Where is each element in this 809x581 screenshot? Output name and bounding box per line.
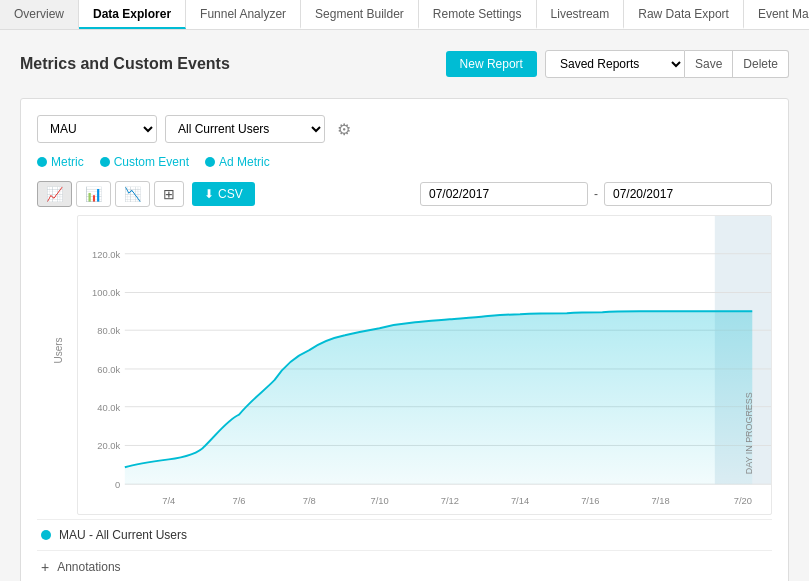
svg-text:7/10: 7/10 xyxy=(370,495,388,506)
svg-text:120.0k: 120.0k xyxy=(92,248,120,259)
ad-metric-link[interactable]: Ad Metric xyxy=(205,155,270,169)
area-chart-button[interactable]: 📈 xyxy=(37,181,72,207)
custom-event-link-label: Custom Event xyxy=(114,155,189,169)
chart-toolbar: 📈 📊 📉 ⊞ ⬇ CSV - xyxy=(37,181,772,207)
legend-links: Metric Custom Event Ad Metric xyxy=(37,155,772,169)
day-in-progress-text: DAY IN PROGRESS xyxy=(745,392,755,474)
svg-text:7/14: 7/14 xyxy=(511,495,530,506)
nav-tab-funnel-analyzer[interactable]: Funnel Analyzer xyxy=(186,0,301,29)
nav-tab-livestream[interactable]: Livestream xyxy=(537,0,625,29)
svg-text:7/16: 7/16 xyxy=(581,495,599,506)
csv-button[interactable]: ⬇ CSV xyxy=(192,182,255,206)
download-icon: ⬇ xyxy=(204,187,214,201)
csv-label: CSV xyxy=(218,187,243,201)
line-chart-button[interactable]: 📉 xyxy=(115,181,150,207)
y-axis-label: Users xyxy=(53,337,64,363)
page-title: Metrics and Custom Events xyxy=(20,55,230,73)
page-header: Metrics and Custom Events New Report Sav… xyxy=(20,50,789,78)
bar-chart-button[interactable]: 📊 xyxy=(76,181,111,207)
nav-tab-data-explorer[interactable]: Data Explorer xyxy=(79,0,186,29)
svg-text:7/12: 7/12 xyxy=(441,495,459,506)
date-start-input[interactable] xyxy=(420,182,588,206)
custom-event-link[interactable]: Custom Event xyxy=(100,155,189,169)
plus-icon: + xyxy=(41,559,49,575)
legend-series-label: MAU - All Current Users xyxy=(59,528,187,542)
svg-text:20.0k: 20.0k xyxy=(97,440,120,451)
svg-text:7/18: 7/18 xyxy=(651,495,669,506)
svg-text:7/4: 7/4 xyxy=(162,495,176,506)
svg-text:100.0k: 100.0k xyxy=(92,287,120,298)
legend-bar: MAU - All Current Users xyxy=(37,519,772,550)
users-dropdown[interactable]: All Current Users xyxy=(165,115,325,143)
main-panel: MAU All Current Users ⚙ Metric Custom Ev… xyxy=(20,98,789,581)
nav-tab-segment-builder[interactable]: Segment Builder xyxy=(301,0,419,29)
date-end-input[interactable] xyxy=(604,182,772,206)
date-range: - xyxy=(420,182,772,206)
nav-tab-remote-settings[interactable]: Remote Settings xyxy=(419,0,537,29)
ad-metric-dot xyxy=(205,157,215,167)
chart-svg: 0 20.0k 40.0k 60.0k 80.0k 100.0k 120.0k … xyxy=(78,216,771,514)
legend-series-dot xyxy=(41,530,51,540)
metric-link-label: Metric xyxy=(51,155,84,169)
chart-icons: 📈 📊 📉 ⊞ xyxy=(37,181,184,207)
svg-text:7/20: 7/20 xyxy=(734,495,752,506)
svg-text:80.0k: 80.0k xyxy=(97,325,120,336)
controls-row: MAU All Current Users ⚙ xyxy=(37,115,772,143)
new-report-button[interactable]: New Report xyxy=(446,51,537,77)
chart-wrapper: Users 0 xyxy=(37,215,772,515)
annotations-label: Annotations xyxy=(57,560,120,574)
saved-reports-wrapper: Saved Reports Save Delete xyxy=(545,50,789,78)
table-chart-button[interactable]: ⊞ xyxy=(154,181,184,207)
save-button[interactable]: Save xyxy=(685,50,733,78)
nav-tab-overview[interactable]: Overview xyxy=(0,0,79,29)
saved-reports-select[interactable]: Saved Reports xyxy=(545,50,685,78)
svg-text:7/6: 7/6 xyxy=(233,495,246,506)
chart-container: 0 20.0k 40.0k 60.0k 80.0k 100.0k 120.0k … xyxy=(77,215,772,515)
metric-link[interactable]: Metric xyxy=(37,155,84,169)
svg-text:40.0k: 40.0k xyxy=(97,401,120,412)
delete-button[interactable]: Delete xyxy=(733,50,789,78)
page-content: Metrics and Custom Events New Report Sav… xyxy=(0,30,809,581)
gear-button[interactable]: ⚙ xyxy=(333,118,355,141)
nav-bar: Overview Data Explorer Funnel Analyzer S… xyxy=(0,0,809,30)
metric-dot xyxy=(37,157,47,167)
nav-tab-raw-data-export[interactable]: Raw Data Export xyxy=(624,0,744,29)
metric-dropdown[interactable]: MAU xyxy=(37,115,157,143)
svg-text:7/8: 7/8 xyxy=(303,495,316,506)
custom-event-dot xyxy=(100,157,110,167)
svg-text:0: 0 xyxy=(115,479,120,490)
header-actions: New Report Saved Reports Save Delete xyxy=(446,50,789,78)
ad-metric-link-label: Ad Metric xyxy=(219,155,270,169)
svg-text:60.0k: 60.0k xyxy=(97,364,120,375)
nav-tab-event-manager[interactable]: Event Manager xyxy=(744,0,809,29)
date-separator: - xyxy=(594,187,598,201)
annotations-bar[interactable]: + Annotations xyxy=(37,550,772,581)
